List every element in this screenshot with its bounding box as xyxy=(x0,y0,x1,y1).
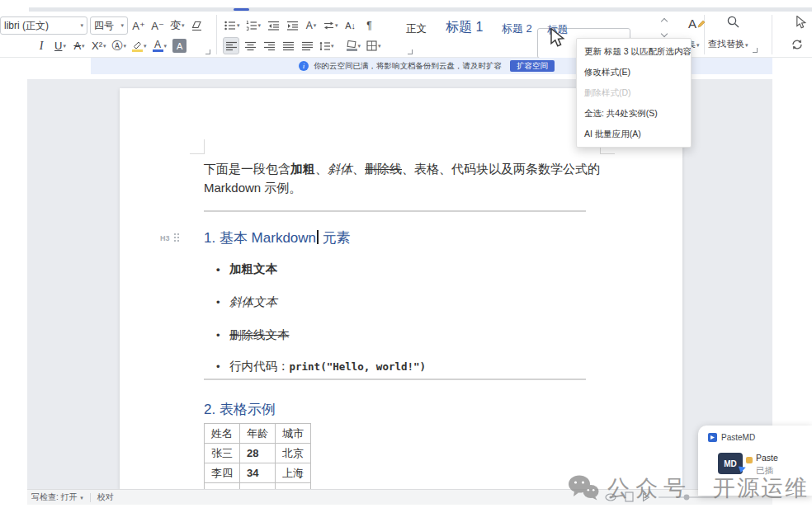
watermark-label: 公众号 xyxy=(607,473,692,503)
toolbar-divider xyxy=(772,15,772,54)
paragraph-group-row1: ▾ ▾ A▾ xyxy=(223,16,378,34)
menu-item-delete-style: 删除样式(D) xyxy=(577,82,691,103)
bullet-list-button[interactable]: ▾ xyxy=(223,16,242,34)
chevron-down-icon: ▾ xyxy=(120,22,124,29)
align-left-button[interactable] xyxy=(223,37,239,54)
swap-arrows-icon xyxy=(323,21,334,31)
table-cell: 李四 xyxy=(205,463,240,483)
chevron-down-icon: ▾ xyxy=(258,22,262,29)
italic-button[interactable]: I xyxy=(33,37,50,54)
paste-arrow-icon xyxy=(739,464,747,473)
decrease-indent-button[interactable] xyxy=(265,16,281,34)
app-window: libri (正文) ▾ 四号 ▾ A⁺ A⁻ 变▾ I U▾ A▾ X²▾ xyxy=(0,0,812,522)
decrease-font-icon: A⁻ xyxy=(151,20,164,32)
sort-button[interactable]: A↓ xyxy=(342,16,359,34)
justify-button[interactable] xyxy=(280,37,296,54)
heading1-row: H3 1. 基本 Markdown元素 xyxy=(120,228,615,250)
info-icon: i xyxy=(299,61,309,71)
chevron-down-icon: ▾ xyxy=(696,42,700,48)
char-shading-button[interactable]: A xyxy=(171,37,188,54)
text-effect-button[interactable]: 变▾ xyxy=(168,17,186,35)
find-replace-button[interactable]: 查找替换▾ xyxy=(708,38,748,50)
heading2-text: 2. 表格示例 xyxy=(204,400,276,419)
highlight-button[interactable]: ▾ xyxy=(130,37,149,54)
menu-item-modify-style[interactable]: 修改样式(E) xyxy=(577,62,691,82)
table-cell: 张三 xyxy=(205,444,240,463)
align-right-button[interactable] xyxy=(261,37,277,54)
document-page[interactable]: 下面是一段包含加粗、斜体、删除线、表格、代码块以及两条数学公式的 Markdow… xyxy=(120,88,682,489)
drag-handle-icon[interactable] xyxy=(174,233,176,235)
distribute-icon xyxy=(302,41,313,51)
menu-item-ai-batch-apply[interactable]: AI 批量应用(A) xyxy=(577,124,691,144)
paste-accent-icon xyxy=(746,457,753,463)
md-badge: MD xyxy=(718,453,743,474)
text-effect-icon: 变 xyxy=(170,18,181,33)
numbered-list-icon xyxy=(246,21,257,31)
spellcheck-status[interactable]: 写检查: 打开 ▾ xyxy=(31,491,83,503)
style-heading2[interactable]: 标题 2 xyxy=(502,21,532,36)
text-tool-icon: A xyxy=(688,16,696,31)
text-direction-button[interactable]: A▾ xyxy=(303,16,319,34)
underline-button[interactable]: U▾ xyxy=(52,37,68,54)
chevron-down-icon: ▾ xyxy=(358,43,361,49)
line-spacing-button[interactable]: ▾ xyxy=(318,37,336,54)
char-layout-button[interactable]: ▾ xyxy=(322,16,340,34)
pastemd-logo-icon xyxy=(708,433,717,442)
find-group-expander[interactable] xyxy=(753,48,758,53)
style-normal[interactable]: 正文 xyxy=(406,22,427,36)
strikethrough-button[interactable]: A▾ xyxy=(71,37,87,54)
paragraph-marks-button[interactable]: ¶ xyxy=(361,16,378,34)
distribute-button[interactable] xyxy=(299,37,315,54)
borders-button[interactable]: ▾ xyxy=(365,37,383,54)
increase-indent-button[interactable] xyxy=(284,16,300,34)
pencil-icon xyxy=(697,20,706,28)
chevron-down-icon: ▾ xyxy=(237,22,240,29)
chevron-down-icon: ▾ xyxy=(82,43,85,49)
gallery-scroll-down-icon[interactable] xyxy=(661,31,668,37)
chevron-down-icon: ▾ xyxy=(182,22,185,29)
proofread-button[interactable]: 校对 xyxy=(97,491,114,503)
intro-bold-word: 加粗 xyxy=(290,162,315,176)
bullet-item-italic: •斜体文本 xyxy=(216,294,277,310)
justify-icon xyxy=(283,41,294,51)
font-name-combobox[interactable]: libri (正文) ▾ xyxy=(0,16,87,35)
font-color-button[interactable]: A ▾ xyxy=(151,37,169,54)
horizontal-rule xyxy=(204,210,586,212)
style-heading1[interactable]: 标题 1 xyxy=(446,19,483,36)
clear-format-button[interactable] xyxy=(189,17,205,35)
increase-font-button[interactable]: A⁺ xyxy=(130,17,147,35)
enclosed-character-button[interactable]: Ⓐ▾ xyxy=(111,37,129,54)
borders-icon xyxy=(366,40,377,51)
chevron-down-icon: ▾ xyxy=(144,43,147,49)
mouse-cursor xyxy=(550,28,565,48)
align-center-button[interactable] xyxy=(242,37,258,54)
menu-item-select-all-instances[interactable]: 全选: 共4处实例(S) xyxy=(577,103,691,124)
table-row-clipped xyxy=(205,483,311,490)
sort-icon: A↓ xyxy=(345,21,356,31)
chevron-down-icon: ▾ xyxy=(63,43,66,49)
table-cell: 上海 xyxy=(276,463,311,483)
align-left-icon xyxy=(226,41,237,51)
bullet-item-strike: •删除线文本 xyxy=(216,327,290,343)
font-group-expander[interactable] xyxy=(205,49,210,54)
numbered-list-button[interactable]: ▾ xyxy=(244,16,263,34)
menu-item-update-style[interactable]: 更新 标题 3 以匹配所选内容(... xyxy=(577,41,691,62)
paragraph-group-expander[interactable] xyxy=(408,49,413,54)
watermark: 公众号 开源运维 xyxy=(568,473,809,503)
bullet-icon: • xyxy=(216,263,229,275)
highlight-icon xyxy=(132,40,143,52)
gallery-scroll-up-icon[interactable] xyxy=(661,18,668,25)
shading-button[interactable]: ▾ xyxy=(345,37,363,54)
eraser-icon xyxy=(191,21,202,31)
expand-storage-button[interactable]: 扩容空间 xyxy=(510,60,555,72)
superscript-button[interactable]: X²▾ xyxy=(90,37,108,54)
select-tool-icon[interactable] xyxy=(795,16,808,30)
font-group-row2: I U▾ A▾ X²▾ Ⓐ▾ ▾ A ▾ A xyxy=(33,37,188,54)
paragraph-mark-icon: ¶ xyxy=(366,20,371,31)
text-tool-button[interactable]: A xyxy=(688,16,706,31)
decrease-font-button[interactable]: A⁻ xyxy=(149,17,166,35)
line-spacing-icon xyxy=(319,41,330,51)
table-row: 李四 34 上海 xyxy=(205,463,311,483)
font-size-combobox[interactable]: 四号 ▾ xyxy=(90,16,128,35)
replace-refresh-icon[interactable] xyxy=(791,38,804,51)
